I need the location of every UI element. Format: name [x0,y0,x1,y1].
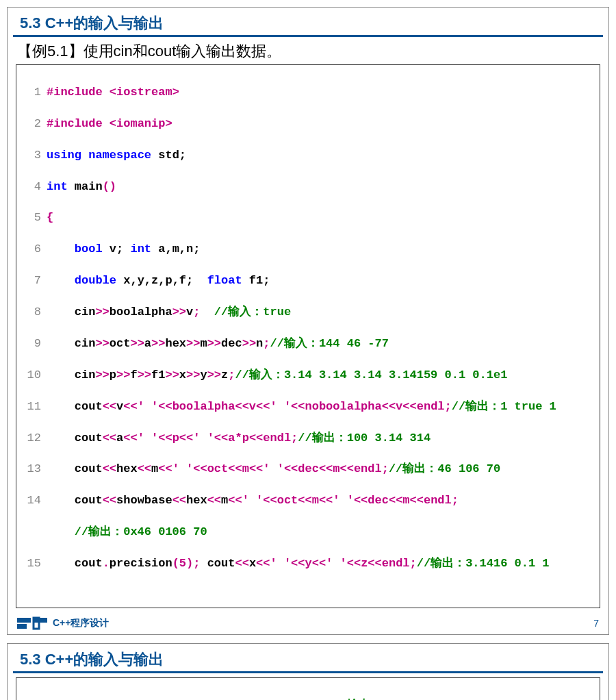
code-line: cin>>boolalpha>>v; [75,305,201,318]
code-block-2: 16 cout<<fixed<<x<<' '<<y<<' '<<z<<endl;… [16,677,600,700]
cpp-logo-icon [17,616,49,630]
svg-rect-1 [17,624,27,629]
logo: C++程序设计 [17,616,109,630]
footer-title: C++程序设计 [53,617,109,629]
slide-7: 5.3 C++的输入与输出 【例5.1】使用cin和cout输入输出数据。 1#… [7,7,609,635]
section-heading: 5.3 C++的输入与输出 [13,10,603,37]
svg-rect-0 [17,618,31,623]
svg-rect-3 [34,618,47,623]
slide-footer: C++程序设计 7 [8,614,608,634]
section-heading: 5.3 C++的输入与输出 [13,647,603,673]
code-block-1: 1#include <iostream> 2#include <iomanip>… [16,64,600,608]
slide-8: 5.3 C++的输入与输出 16 cout<<fixed<<x<<' '<<y<… [7,643,609,700]
example-title: 【例5.1】使用cin和cout输入输出数据。 [8,41,608,64]
page-number: 7 [593,618,599,629]
